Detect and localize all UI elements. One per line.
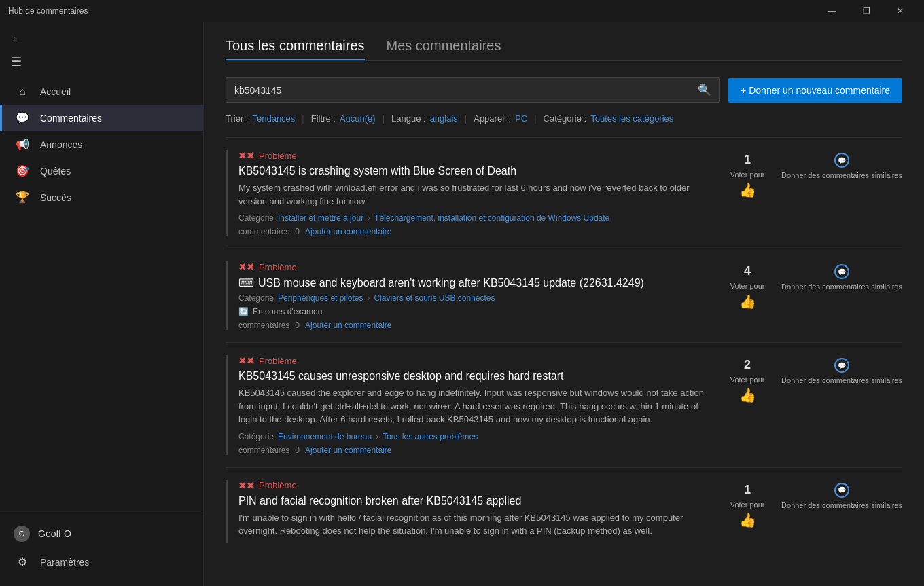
- window-controls: — ❐ ✕: [817, 0, 916, 22]
- cat-link1-1[interactable]: Installer et mettre à jour: [278, 213, 363, 223]
- user-name: Geoff O: [38, 528, 71, 539]
- filter-divider-4: |: [534, 113, 536, 124]
- similar-icon-4[interactable]: 💬: [834, 483, 849, 498]
- problem-icon-2: ✖✖: [238, 261, 255, 272]
- vote-col-2: 4 Voter pour 👍: [727, 264, 768, 310]
- feed-title-3[interactable]: KB5043145 causes unresponsive desktop an…: [238, 370, 719, 382]
- feed-desc-1: My system crashed with winload.efi error…: [238, 181, 719, 208]
- similar-icon-2[interactable]: 💬: [834, 264, 849, 279]
- thumbs-up-icon-1[interactable]: 👍: [739, 182, 756, 198]
- minimize-button[interactable]: —: [817, 0, 848, 22]
- feed-title-2[interactable]: ⌨USB mouse and keyboard aren't working a…: [238, 276, 719, 289]
- vote-count-2: 4: [744, 264, 751, 278]
- avatar: G: [14, 526, 30, 542]
- cat-value[interactable]: Toutes les catégories: [590, 113, 673, 124]
- status-text-2: En cours d'examen: [253, 307, 322, 316]
- feed-item: ✖✖ Problème PIN and facial recognition b…: [226, 467, 902, 555]
- sidebar-item-succes[interactable]: 🏆 Succès: [0, 184, 203, 210]
- feed-item: ✖✖ Problème KB5043145 is crashing system…: [226, 137, 902, 249]
- sidebar-nav: ⌂ Accueil 💬 Commentaires 📢 Annonces 🎯 Qu…: [0, 79, 203, 513]
- problem-type-2: Problème: [259, 262, 297, 272]
- category-row-2: Catégorie Périphériques et pilotes › Cla…: [238, 293, 719, 303]
- comment-icon: 💬: [16, 111, 29, 124]
- thumbs-up-icon-3[interactable]: 👍: [739, 387, 756, 403]
- thumbs-up-icon-2[interactable]: 👍: [739, 293, 756, 310]
- search-input[interactable]: [234, 85, 692, 96]
- problem-icon-1: ✖✖: [238, 150, 255, 161]
- comments-row-1: commentaires 0 Ajouter un commentaire: [238, 227, 719, 236]
- feed-title-1[interactable]: KB5043145 is crashing system with Blue S…: [238, 165, 719, 177]
- sidebar-item-annonces[interactable]: 📢 Annonces: [0, 131, 203, 158]
- vote-label-2: Voter pour: [730, 281, 765, 291]
- search-box: 🔍: [226, 77, 720, 103]
- sidebar-item-settings[interactable]: ⚙ Paramètres: [0, 549, 203, 575]
- sidebar-item-label-succes: Succès: [40, 192, 71, 203]
- cat-link2-2[interactable]: Claviers et souris USB connectés: [374, 293, 495, 303]
- announcement-icon: 📢: [16, 138, 29, 151]
- problem-badge-1: ✖✖ Problème: [238, 150, 719, 161]
- app-title: Hub de commentaires: [8, 6, 88, 16]
- category-row-3: Catégorie Environnement de bureau › Tous…: [238, 432, 719, 441]
- add-comment-link-1[interactable]: Ajouter un commentaire: [305, 227, 391, 236]
- cat-prefix-2: Catégorie: [238, 293, 274, 303]
- sidebar-item-label-annonces: Annonces: [40, 139, 82, 150]
- vote-label-3: Voter pour: [730, 375, 765, 384]
- tab-tous-label: Tous les commentaires: [226, 38, 365, 53]
- device-label: Appareil :: [474, 113, 511, 124]
- similar-label-1: Donner des commentaires similaires: [781, 170, 902, 180]
- cat-link1-2[interactable]: Périphériques et pilotes: [278, 293, 363, 303]
- arrow-icon-3: ›: [376, 432, 378, 441]
- achievement-icon: 🏆: [16, 191, 29, 204]
- feed-title-4[interactable]: PIN and facial recognition broken after …: [238, 495, 719, 507]
- feed-title-2-text: USB mouse and keyboard aren't working af…: [258, 277, 644, 289]
- lang-value[interactable]: anglais: [430, 113, 458, 124]
- vote-col-3: 2 Voter pour 👍: [727, 358, 768, 403]
- sidebar-item-quetes[interactable]: 🎯 Quêtes: [0, 158, 203, 184]
- cat-label: Catégorie :: [544, 113, 587, 124]
- status-icon-2: 🔄: [238, 307, 249, 316]
- feed-desc-4: I'm unable to sign in with hello / facia…: [238, 511, 719, 538]
- hamburger-button[interactable]: ☰: [0, 50, 203, 73]
- similar-icon-1[interactable]: 💬: [834, 153, 849, 168]
- vote-col-4: 1 Voter pour 👍: [727, 483, 768, 528]
- feed-item-right-1: 1 Voter pour 👍 💬 Donner des commentaires…: [727, 150, 902, 236]
- comments-count-3: 0: [295, 445, 300, 455]
- sort-value[interactable]: Tendances: [252, 113, 295, 124]
- cat-link1-3[interactable]: Environnement de bureau: [278, 432, 372, 441]
- user-profile[interactable]: G Geoff O: [0, 519, 203, 549]
- avatar-initial: G: [19, 530, 25, 538]
- sidebar-top: ←: [0, 27, 203, 50]
- close-button[interactable]: ✕: [885, 0, 916, 22]
- tab-mes[interactable]: Mes commentaires: [387, 38, 501, 60]
- filter-value[interactable]: Aucun(e): [340, 113, 376, 124]
- similar-label-2: Donner des commentaires similaires: [781, 282, 902, 291]
- filter-label: Filtre :: [311, 113, 336, 124]
- thumbs-up-icon-4[interactable]: 👍: [739, 512, 756, 528]
- comments-row-2: commentaires 0 Ajouter un commentaire: [238, 321, 719, 330]
- tabs-row: Tous les commentaires Mes commentaires: [226, 38, 902, 61]
- similar-col-3: 💬 Donner des commentaires similaires: [781, 358, 902, 385]
- add-comment-link-3[interactable]: Ajouter un commentaire: [305, 445, 391, 455]
- sidebar-item-accueil[interactable]: ⌂ Accueil: [0, 79, 203, 105]
- cat-link2-1[interactable]: Téléchargement, installation et configur…: [374, 213, 609, 223]
- feed-item-left-4: ✖✖ Problème PIN and facial recognition b…: [226, 480, 719, 543]
- feed: ✖✖ Problème KB5043145 is crashing system…: [226, 137, 902, 555]
- problem-type-1: Problème: [259, 151, 297, 161]
- comments-row-3: commentaires 0 Ajouter un commentaire: [238, 445, 719, 455]
- tab-tous[interactable]: Tous les commentaires: [226, 38, 365, 60]
- similar-icon-3[interactable]: 💬: [834, 358, 849, 373]
- lang-label: Langue :: [391, 113, 426, 124]
- cat-link2-3[interactable]: Tous les autres problèmes: [383, 432, 478, 441]
- problem-badge-4: ✖✖ Problème: [238, 480, 719, 491]
- maximize-button[interactable]: ❐: [851, 0, 882, 22]
- device-value[interactable]: PC: [515, 113, 527, 124]
- back-button[interactable]: ←: [11, 33, 22, 45]
- sidebar-item-commentaires[interactable]: 💬 Commentaires: [0, 105, 203, 131]
- home-icon: ⌂: [16, 86, 29, 98]
- feed-item-right-4: 1 Voter pour 👍 💬 Donner des commentaires…: [727, 480, 902, 543]
- app-body: ← ☰ ⌂ Accueil 💬 Commentaires 📢 Annonces …: [0, 22, 924, 586]
- search-icon: 🔍: [698, 84, 711, 96]
- add-comment-link-2[interactable]: Ajouter un commentaire: [305, 321, 391, 330]
- new-comment-button[interactable]: + Donner un nouveau commentaire: [728, 78, 902, 103]
- title-bar: Hub de commentaires — ❐ ✕: [0, 0, 924, 22]
